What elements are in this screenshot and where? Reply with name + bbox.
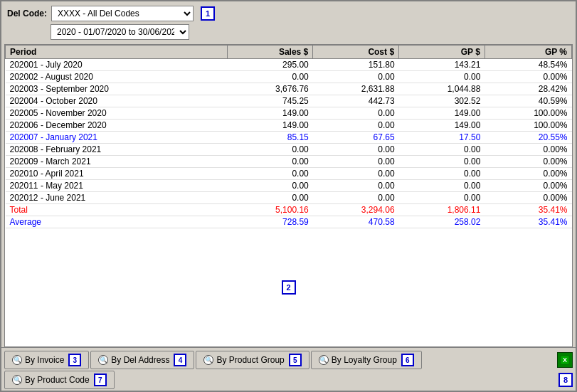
tab-row-1: 🔍 By Invoice 3 🔍 By Del Address 4 🔍 By P… (4, 351, 573, 369)
table-header-row: Period Sales $ Cost $ GP $ GP % (6, 46, 572, 59)
tab-row-2: 🔍 By Product Code 7 8 (4, 371, 573, 389)
tab-by-del-address-label: By Del Address (111, 355, 169, 365)
table-row: Total5,100.163,294.061,806.1135.41% (6, 204, 572, 216)
tab-by-loyalty-group[interactable]: 🔍 By Loyalty Group 6 (311, 351, 422, 369)
badge-8: 8 (559, 373, 573, 387)
col-gp-pct: GP % (485, 46, 571, 59)
table-row: 202012 - June 20210.000.000.000.00% (6, 192, 572, 204)
search-icon-1: 🔍 (12, 355, 22, 365)
tab-by-del-address[interactable]: 🔍 By Del Address 4 (90, 351, 194, 369)
tab-by-invoice[interactable]: 🔍 By Invoice 3 (4, 351, 89, 369)
table-body: 202001 - July 2020295.00151.80143.2148.5… (6, 59, 572, 228)
del-code-dropdown[interactable]: XXXX - All Del Codes (51, 6, 194, 21)
tab-by-product-group-label: By Product Group (216, 355, 284, 365)
badge-5: 5 (289, 354, 302, 366)
tab-by-product-code[interactable]: 🔍 By Product Code 7 (4, 371, 115, 389)
table-row: 202010 - April 20210.000.000.000.00% (6, 168, 572, 180)
spacer-area: 2 (5, 228, 572, 346)
toolbar: Del Code: XXXX - All Del Codes 1 2020 - … (1, 1, 576, 44)
table-row: 202008 - February 20210.000.000.000.00% (6, 144, 572, 156)
badge-7: 7 (94, 374, 107, 386)
col-cost: Cost $ (313, 46, 399, 59)
badge-1: 1 (201, 6, 215, 21)
badge-6: 6 (401, 354, 414, 366)
search-icon-5: 🔍 (12, 375, 22, 385)
search-icon-4: 🔍 (319, 355, 329, 365)
table-row: 202002 - August 20200.000.000.000.00% (6, 71, 572, 83)
year-dropdown[interactable]: 2020 - 01/07/2020 to 30/06/2021 (51, 24, 189, 40)
col-period: Period (6, 46, 228, 59)
badge-2: 2 (282, 280, 296, 295)
table-row: 202005 - November 2020149.000.00149.0010… (6, 107, 572, 120)
table-row: 202003 - September 20203,676.762,631.881… (6, 83, 572, 95)
badge-3: 3 (68, 354, 81, 366)
table-row: 202009 - March 20210.000.000.000.00% (6, 156, 572, 168)
table-row: 202007 - January 202185.1567.6517.5020.5… (6, 132, 572, 144)
main-content-area: Period Sales $ Cost $ GP $ GP % 202001 -… (4, 44, 573, 347)
bottom-tabs: 🔍 By Invoice 3 🔍 By Del Address 4 🔍 By P… (1, 347, 576, 391)
table-row: 202006 - December 2020149.000.00149.0010… (6, 120, 572, 132)
col-gp: GP $ (399, 46, 485, 59)
tab-by-loyalty-group-label: By Loyalty Group (332, 355, 397, 365)
del-code-row: Del Code: XXXX - All Del Codes 1 (7, 6, 570, 21)
year-row: 2020 - 01/07/2020 to 30/06/2021 (7, 24, 570, 40)
table-row: Average728.59470.58258.0235.41% (6, 216, 572, 228)
tab-by-product-group[interactable]: 🔍 By Product Group 5 (196, 351, 309, 369)
del-code-label: Del Code: (7, 9, 47, 18)
search-icon-2: 🔍 (98, 355, 108, 365)
svg-text:X: X (563, 356, 567, 364)
main-window: Del Code: XXXX - All Del Codes 1 2020 - … (0, 0, 577, 392)
search-icon-3: 🔍 (203, 355, 213, 365)
col-sales: Sales $ (227, 46, 313, 59)
tab-by-invoice-label: By Invoice (25, 355, 64, 365)
table-row: 202004 - October 2020745.25442.73302.524… (6, 95, 572, 107)
export-icon[interactable]: X (557, 352, 573, 368)
table-row: 202001 - July 2020295.00151.80143.2148.5… (6, 59, 572, 71)
data-table: Period Sales $ Cost $ GP $ GP % 202001 -… (5, 45, 572, 228)
table-row: 202011 - May 20210.000.000.000.00% (6, 180, 572, 192)
tab-by-product-code-label: By Product Code (25, 375, 90, 385)
badge-4: 4 (174, 354, 186, 366)
